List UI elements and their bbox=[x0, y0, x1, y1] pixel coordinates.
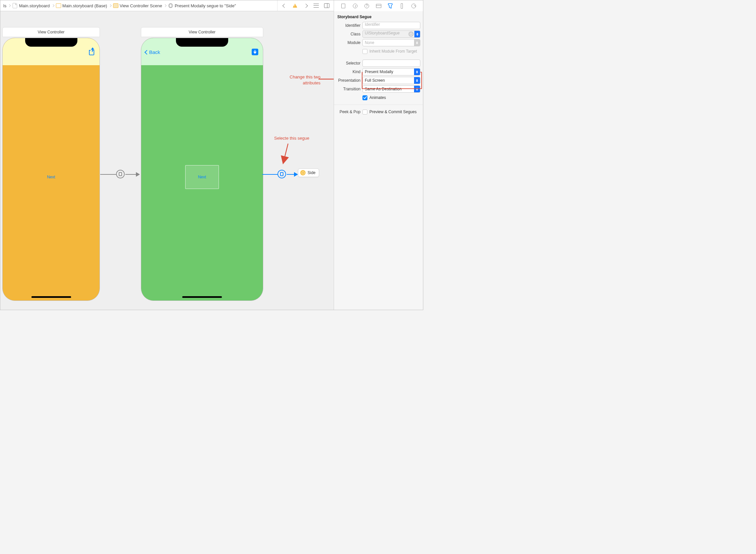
nav-back-button[interactable] bbox=[280, 2, 289, 10]
home-indicator bbox=[182, 296, 222, 298]
chevron-right-icon bbox=[164, 4, 166, 7]
checkbox-label: Inherit Module From Target bbox=[369, 49, 417, 54]
annotation-arrow-icon bbox=[318, 76, 334, 82]
field-label: Kind bbox=[337, 69, 361, 74]
view-controller-title[interactable]: View Controller bbox=[141, 27, 263, 37]
split-icon bbox=[324, 3, 329, 8]
breadcrumb-item-scene[interactable]: View Controller Scene bbox=[112, 0, 163, 11]
scene-icon bbox=[113, 3, 118, 8]
related-items-button[interactable] bbox=[312, 2, 320, 10]
connections-inspector-tab[interactable] bbox=[410, 2, 418, 10]
nav-forward-button[interactable] bbox=[301, 2, 310, 10]
chevron-right-icon bbox=[8, 4, 11, 7]
next-label[interactable]: Next bbox=[47, 175, 55, 179]
device-notch bbox=[25, 38, 77, 47]
storyboard-canvas[interactable]: View Controller Next bbox=[0, 11, 334, 310]
field-label: Module bbox=[337, 40, 361, 45]
device-notch bbox=[176, 38, 228, 47]
inherit-module-checkbox[interactable] bbox=[363, 49, 367, 54]
field-class: Class UIStoryboardSegue ⊙ bbox=[334, 30, 423, 38]
device-frame: Back Next bbox=[141, 38, 263, 301]
segue-vc2-to-side[interactable] bbox=[262, 169, 299, 179]
share-button[interactable] bbox=[88, 48, 95, 55]
help-inspector-tab[interactable]: ? bbox=[363, 2, 371, 10]
inspector-tabbar: ? bbox=[334, 0, 423, 11]
field-transition: Transition Same As Destination bbox=[334, 85, 423, 93]
field-selector: Selector bbox=[334, 59, 423, 67]
home-indicator bbox=[32, 296, 71, 298]
field-identifier: Identifier Identifier bbox=[334, 21, 423, 30]
field-label: Presentation bbox=[337, 78, 361, 83]
field-module: Module None bbox=[334, 38, 423, 47]
annotation-arrow-icon bbox=[278, 142, 298, 168]
field-label: Transition bbox=[337, 87, 361, 91]
ruler-icon bbox=[401, 3, 403, 9]
warning-indicator[interactable] bbox=[291, 2, 299, 10]
storyboard-reference-icon bbox=[300, 170, 306, 175]
class-create-button[interactable]: ⊙ bbox=[408, 32, 414, 37]
attributes-inspector-tab[interactable] bbox=[386, 2, 394, 10]
help-icon: ? bbox=[365, 4, 369, 8]
chevron-right-icon bbox=[109, 4, 111, 7]
adjust-editor-button[interactable] bbox=[322, 2, 331, 10]
view-controller-title[interactable]: View Controller bbox=[2, 27, 100, 37]
breadcrumb-label: View Controller Scene bbox=[120, 3, 162, 8]
annotation-select-segue: Selecte this segue bbox=[274, 135, 309, 141]
segue-vc1-to-vc2[interactable] bbox=[100, 169, 140, 179]
file-inspector-tab[interactable] bbox=[339, 2, 348, 10]
field-inherit-module: Inherit Module From Target bbox=[334, 47, 423, 56]
toolbar: ls Main.storyboard Main.storyboard (Base… bbox=[0, 0, 423, 11]
kind-dropdown[interactable]: Present Modally bbox=[363, 68, 420, 75]
storyboard-group-icon bbox=[56, 3, 61, 8]
download-icon bbox=[252, 49, 258, 55]
identity-inspector-tab[interactable] bbox=[374, 2, 383, 10]
back-button[interactable]: Back bbox=[145, 49, 160, 55]
checkbox-label: Animates bbox=[369, 95, 386, 100]
field-label: Identifier bbox=[337, 23, 361, 28]
transition-dropdown[interactable]: Same As Destination bbox=[363, 86, 420, 93]
class-dropdown-button[interactable] bbox=[415, 31, 420, 38]
module-dropdown[interactable]: None bbox=[363, 39, 420, 46]
checkbox-label: Preview & Commit Segues bbox=[369, 110, 417, 114]
divider bbox=[334, 105, 423, 105]
presentation-dropdown[interactable]: Full Screen bbox=[363, 77, 420, 84]
download-button[interactable] bbox=[252, 49, 258, 55]
storyboard-reference-side[interactable]: Side bbox=[298, 168, 319, 177]
view-controller-1[interactable]: View Controller Next bbox=[2, 27, 100, 301]
field-peek-pop: Peek & Pop Preview & Commit Segues bbox=[334, 108, 423, 116]
selector-input[interactable] bbox=[363, 60, 420, 67]
identifier-input[interactable]: Identifier bbox=[363, 22, 420, 29]
id-card-icon bbox=[376, 4, 381, 8]
chevron-left-icon bbox=[144, 50, 149, 54]
class-input[interactable]: UIStoryboardSegue bbox=[363, 31, 416, 38]
breadcrumb-item-main-storyboard[interactable]: Main.storyboard bbox=[11, 0, 51, 11]
breadcrumb: ls Main.storyboard Main.storyboard (Base… bbox=[0, 0, 277, 11]
segue-icon bbox=[168, 3, 173, 8]
connections-icon bbox=[412, 4, 416, 8]
lines-icon bbox=[314, 4, 319, 8]
breadcrumb-prefix: ls bbox=[3, 3, 6, 8]
chevron-right-icon bbox=[51, 4, 54, 7]
main: View Controller Next bbox=[0, 11, 423, 310]
file-icon bbox=[341, 4, 345, 8]
storyboard-file-icon bbox=[12, 3, 17, 8]
breadcrumb-label: Present Modally segue to "Side" bbox=[175, 3, 236, 8]
history-inspector-tab[interactable] bbox=[351, 2, 360, 10]
vc-title-label: View Controller bbox=[38, 30, 64, 35]
breadcrumb-item-segue[interactable]: Present Modally segue to "Side" bbox=[167, 0, 237, 11]
breadcrumb-label: Main.storyboard bbox=[19, 3, 50, 8]
animates-checkbox[interactable] bbox=[363, 95, 367, 100]
attributes-icon bbox=[388, 3, 393, 9]
peekpop-checkbox[interactable] bbox=[363, 110, 367, 114]
warning-icon bbox=[293, 4, 297, 8]
inspector-panel: Storyboard Segue Identifier Identifier C… bbox=[334, 11, 423, 310]
size-inspector-tab[interactable] bbox=[397, 2, 406, 10]
toolbar-right-group bbox=[277, 0, 334, 11]
breadcrumb-item-main-storyboard-base[interactable]: Main.storyboard (Base) bbox=[55, 0, 108, 11]
view-controller-2[interactable]: View Controller Back Next bbox=[141, 27, 263, 301]
breadcrumb-truncated[interactable]: ls bbox=[2, 0, 7, 11]
inspector-section-title: Storyboard Segue bbox=[334, 11, 423, 21]
back-label: Back bbox=[149, 49, 160, 55]
annotation-change-attrs: Change this two attributes bbox=[281, 74, 320, 86]
next-button[interactable]: Next bbox=[185, 165, 219, 189]
